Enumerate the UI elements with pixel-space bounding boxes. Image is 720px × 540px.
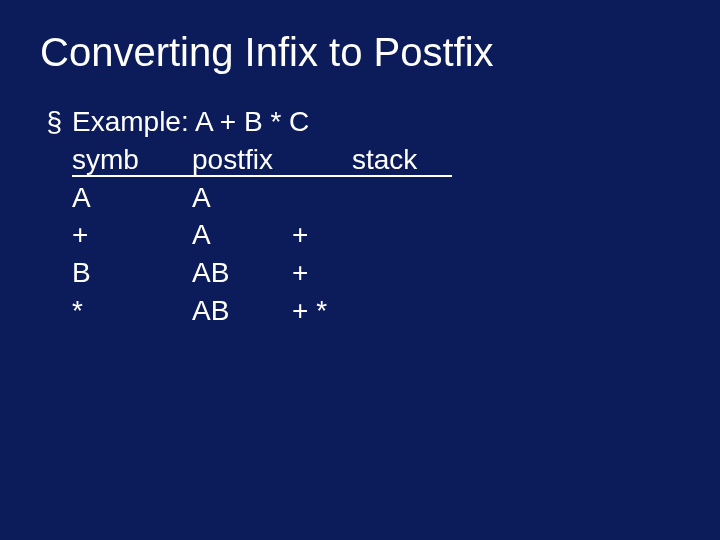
bullet-icon: §	[40, 103, 72, 141]
cell-stack: +	[292, 216, 452, 254]
header-symb: symb	[72, 141, 192, 179]
slide-title: Converting Infix to Postfix	[40, 30, 680, 75]
table-row: B AB +	[72, 254, 680, 292]
cell-postfix: A	[192, 179, 292, 217]
cell-stack: + *	[292, 292, 452, 330]
cell-symb: B	[72, 254, 192, 292]
cell-symb: *	[72, 292, 192, 330]
cell-symb: A	[72, 179, 192, 217]
cell-stack	[292, 179, 452, 217]
header-stack: stack	[352, 141, 512, 179]
cell-postfix: A	[192, 216, 292, 254]
slide: Converting Infix to Postfix § Example: A…	[0, 0, 720, 540]
cell-stack: +	[292, 254, 452, 292]
example-text: Example: A + B * C	[72, 103, 309, 141]
table-row: + A +	[72, 216, 680, 254]
header-underline	[72, 175, 452, 177]
cell-postfix: AB	[192, 254, 292, 292]
example-line: § Example: A + B * C	[40, 103, 680, 141]
header-postfix: postfix	[192, 141, 352, 179]
table-header-row: symb postfix stack	[72, 141, 680, 179]
cell-symb: +	[72, 216, 192, 254]
cell-postfix: AB	[192, 292, 292, 330]
table-row: A A	[72, 179, 680, 217]
table-row: * AB + *	[72, 292, 680, 330]
slide-body: § Example: A + B * C symb postfix stack …	[40, 103, 680, 330]
table: symb postfix stack A A + A + B AB +	[72, 141, 680, 330]
